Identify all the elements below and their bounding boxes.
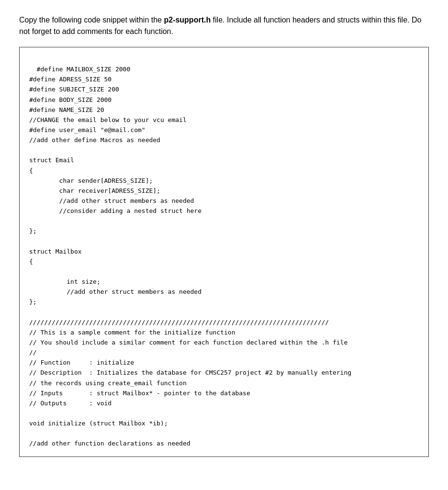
intro-text-before-bold: Copy the following code snippet within t… xyxy=(19,16,164,24)
intro-bold-filename: p2-support.h xyxy=(164,16,211,24)
code-snippet-box: #define MAILBOX_SIZE 2000 #define ADRESS… xyxy=(19,47,429,457)
code-content: #define MAILBOX_SIZE 2000 #define ADRESS… xyxy=(29,66,351,447)
intro-paragraph: Copy the following code snippet within t… xyxy=(19,14,429,37)
